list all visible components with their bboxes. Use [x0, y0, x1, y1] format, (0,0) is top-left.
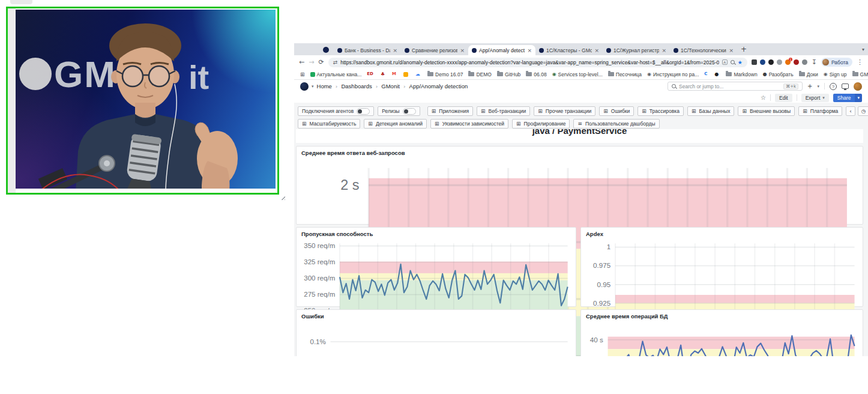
breadcrumb-item[interactable]: › App/Anomaly detection — [400, 83, 468, 89]
export-button[interactable]: Export ▾ — [801, 94, 829, 102]
bookmark-item[interactable]: ● Разобрать — [763, 71, 794, 77]
toggle-releases[interactable]: Релизы — [378, 106, 420, 116]
dashboard-link-button[interactable]: ⊞ Прочие транзакции — [534, 106, 595, 116]
add-menu-icon[interactable]: + — [807, 83, 812, 89]
tab-close-icon[interactable]: × — [460, 47, 465, 53]
user-avatar[interactable] — [854, 82, 862, 91]
extension-icon-7[interactable] — [802, 59, 807, 65]
apps-grid-icon[interactable]: ⊞ — [300, 71, 305, 77]
tab-close-icon[interactable]: × — [594, 47, 599, 53]
extension-icon-2[interactable] — [760, 59, 765, 65]
share-caret-icon[interactable]: ▾ — [855, 94, 862, 102]
dashboard-link-button[interactable]: ⊞ Трассировка — [637, 106, 684, 116]
toggle-agent-connections[interactable]: Подключения агентов — [298, 106, 374, 116]
bookmark-item[interactable]: Markdown — [726, 71, 757, 77]
panel-title[interactable]: Пропускная способность — [297, 228, 576, 237]
share-button[interactable]: Share — [833, 94, 855, 102]
search-input[interactable]: Search or jump to... ⌘+k — [668, 82, 803, 91]
bookmark-item[interactable]: ♣ — [381, 72, 387, 77]
webcam-overlay[interactable]: GM it — [6, 7, 279, 195]
dashboard-link-button[interactable]: ≡ Пользовательские дашборды — [573, 119, 659, 129]
bookmark-item[interactable]: GM Clients — [852, 71, 868, 77]
translate-icon[interactable]: A — [722, 59, 728, 65]
bookmark-item[interactable]: Demo 16.07 — [427, 71, 463, 77]
browser-tab[interactable]: Банк - Business - Dashboard × — [334, 45, 401, 55]
bookmark-item[interactable]: ED — [367, 72, 375, 76]
bookmark-item[interactable]: C — [704, 72, 709, 76]
bookmark-item[interactable]: DEMO — [468, 71, 492, 77]
new-tab-button[interactable]: + — [741, 45, 747, 53]
bookmark-item[interactable]: ◉ Services top-level... — [552, 71, 603, 77]
monitor-icon[interactable] — [842, 83, 849, 89]
tab-search-chevron-icon[interactable]: ▾ — [862, 47, 864, 55]
search-lens-icon[interactable] — [731, 60, 735, 64]
bookmark-item[interactable]: ◉ Sign up — [824, 71, 847, 77]
toggle-switch-icon[interactable] — [403, 108, 416, 115]
tab-close-icon[interactable]: × — [393, 47, 397, 53]
dashboard-link-button[interactable]: ⊞ Веб-транзакции — [477, 106, 530, 116]
bookmark-item[interactable]: Актуальные кана... — [310, 71, 362, 77]
chart-db-time[interactable]: 30 s35 s40 s — [582, 320, 862, 356]
panel-title[interactable]: Ошибки — [297, 310, 576, 320]
extension-icon-4[interactable] — [777, 59, 782, 65]
extension-icon-5[interactable]: 1 — [785, 59, 791, 65]
back-icon[interactable]: ← — [299, 58, 304, 66]
bookmark-item[interactable]: Доки — [799, 71, 818, 77]
tab-favicon — [472, 48, 477, 53]
panel-title[interactable]: Apdex — [581, 228, 863, 237]
webcam-resize-handle[interactable] — [280, 195, 285, 200]
bookmark-item[interactable]: M — [392, 72, 398, 76]
site-info-icon[interactable]: ⇄ — [333, 59, 338, 65]
extension-icon-6[interactable] — [794, 59, 799, 65]
time-range-picker[interactable]: ◷ 2025-08-02 00:00:00 to 2025-08-02 23:5… — [858, 106, 868, 116]
favorite-star-icon[interactable]: ☆ — [761, 94, 766, 101]
time-shift-back-button[interactable]: ‹ — [846, 106, 855, 116]
panel-title[interactable]: Среднее время операций БД — [581, 310, 863, 320]
bookmark-item[interactable]: Песочница — [608, 71, 642, 77]
browser-tab[interactable]: App/Anomaly detection - GM × — [468, 45, 535, 55]
bookmark-item[interactable]: ☁ — [415, 72, 422, 77]
extension-icon-3[interactable] — [768, 59, 774, 65]
dashboard-link-button[interactable]: ⊞ Ошибки — [599, 106, 634, 116]
dashboard-link-button[interactable]: ⊞ Платформа — [798, 106, 842, 116]
dashboard-link-button[interactable]: ⊞ Детекция аномалий — [364, 119, 427, 129]
bookmark-item[interactable]: ● — [714, 72, 720, 77]
bookmark-item[interactable]: 06.08 — [526, 71, 546, 77]
help-icon[interactable]: ? — [830, 83, 837, 90]
extension-icon-1[interactable] — [752, 59, 757, 65]
breadcrumb-item[interactable]: › GMonit — [372, 83, 400, 89]
pinned-tab-favicon[interactable] — [323, 47, 329, 53]
bookmark-item[interactable]: ◉ Инструкция по ра... — [647, 71, 699, 77]
toggle-switch-icon[interactable] — [357, 108, 370, 115]
chart-errors[interactable]: 0.1%0.08%0.06% — [297, 320, 575, 356]
tab-close-icon[interactable]: × — [729, 47, 734, 53]
reload-icon[interactable]: ⟳ — [318, 58, 324, 66]
org-switcher-caret-icon[interactable]: ▾ — [312, 84, 314, 89]
edit-button[interactable]: Edit — [775, 94, 792, 102]
add-menu-caret-icon[interactable]: ▾ — [817, 84, 819, 89]
dashboard-link-button[interactable]: ⊞ Уязвимости зависимостей — [430, 119, 508, 129]
bookmark-item[interactable]: GitHub — [497, 71, 520, 77]
dashboard-link-button[interactable]: ⊞ Профилирование — [512, 119, 570, 129]
forward-icon[interactable]: → — [309, 58, 314, 66]
grafana-logo-icon[interactable] — [300, 82, 309, 91]
address-bar[interactable]: ⇄ https://sandbox.gmonit.ru/d/anomaly-de… — [328, 58, 747, 67]
browser-tab[interactable]: Сравнение релизов - Busine × — [401, 45, 468, 55]
tab-close-icon[interactable]: × — [662, 47, 666, 53]
download-icon[interactable]: ↧ — [812, 58, 817, 66]
dashboard-link-button[interactable]: ⊞ Приложения — [427, 106, 473, 116]
tab-close-icon[interactable]: × — [527, 47, 532, 53]
browser-tab[interactable]: 1С/Кластеры - GMonit - Das × — [535, 45, 603, 55]
bookmark-star-icon[interactable]: ★ — [738, 59, 743, 65]
breadcrumb-item[interactable]: › Home — [317, 83, 332, 89]
browser-tab[interactable]: 1С/Журнал регистрации - G × — [603, 45, 670, 55]
breadcrumb-item[interactable]: › Dashboards — [332, 83, 372, 89]
dashboard-link-button[interactable]: ⊞ Масштабируемость — [298, 119, 360, 129]
dashboard-link-button[interactable]: ⊞ Внешние вызовы — [738, 106, 795, 116]
browser-tab[interactable]: 1С/Технологический журна × — [670, 45, 737, 55]
kebab-menu-icon[interactable]: ⋮ — [857, 58, 863, 66]
bookmark-item[interactable] — [403, 72, 410, 77]
dashboard-link-button[interactable]: ⊞ Базы данных — [687, 106, 735, 116]
panel-title[interactable]: Среднее время ответа веб-запросов — [297, 147, 863, 156]
browser-profile-chip[interactable]: Работа — [821, 58, 852, 67]
